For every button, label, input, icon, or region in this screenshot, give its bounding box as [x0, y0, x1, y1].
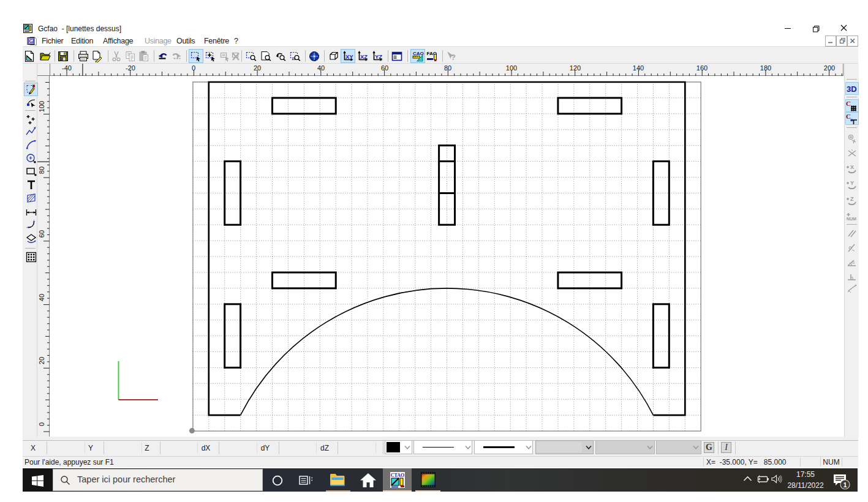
svg-text:G: G: [29, 39, 32, 44]
svg-text:X: X: [850, 164, 854, 170]
svg-text:C: C: [846, 100, 851, 107]
svg-text:Z: Z: [850, 196, 854, 202]
svg-text:XY: XY: [345, 53, 353, 59]
svg-text:CTAO: CTAO: [391, 473, 405, 478]
svg-text:NUM: NUM: [847, 217, 856, 221]
svg-text:?: ?: [451, 53, 456, 62]
svg-text:3D: 3D: [847, 84, 857, 94]
svg-text:XZ: XZ: [360, 53, 368, 59]
svg-text:C: C: [846, 113, 851, 120]
svg-text:1: 1: [843, 481, 847, 489]
svg-text:Y: Y: [850, 180, 854, 186]
svg-text:YZ: YZ: [375, 53, 382, 59]
svg-text:α: α: [852, 260, 855, 264]
